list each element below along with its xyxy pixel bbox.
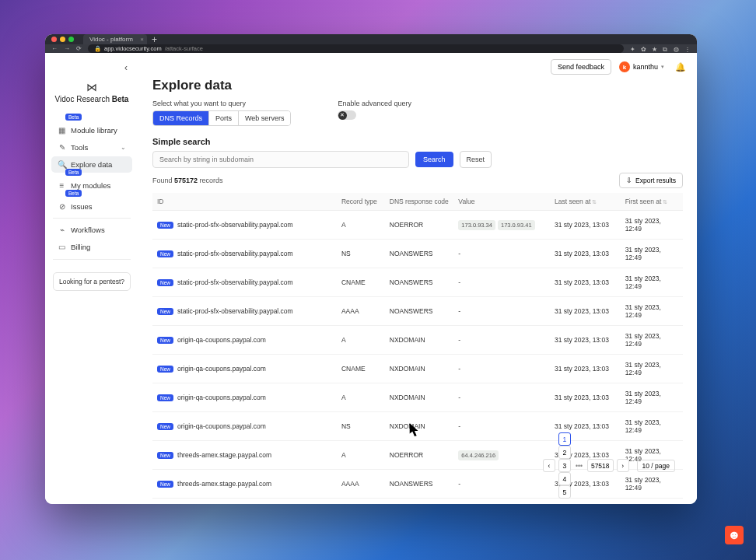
close-window-icon[interactable] — [51, 37, 57, 42]
ext-icon[interactable]: ✿ — [641, 46, 647, 52]
grid-icon: ▦ — [58, 126, 66, 135]
sidebar: ‹ ⋈ Vidoc Research Beta Beta▦Module libr… — [45, 53, 138, 504]
sidebar-item-issues[interactable]: Beta⊘Issues — [51, 194, 132, 215]
sidebar-item-my-modules[interactable]: Beta≡My modules — [51, 173, 132, 194]
record-id: threeds-amex.stage.paypal.com — [177, 480, 271, 488]
new-tab-button[interactable]: + — [152, 37, 157, 43]
first-seen: 31 sty 2023, 12:49 — [621, 268, 683, 297]
next-page-button[interactable]: › — [617, 459, 629, 472]
ext-icon[interactable]: ✦ — [630, 46, 636, 52]
sidebar-item-tools[interactable]: ✎Tools⌄ — [51, 139, 132, 156]
main-panel: Send feedback k kannthu ▾ 🔔 Explore data… — [138, 53, 697, 504]
minimize-window-icon[interactable] — [60, 37, 65, 42]
ext-icon[interactable]: ⧉ — [663, 46, 669, 52]
page-4-button[interactable]: 4 — [558, 472, 571, 485]
reset-button[interactable]: Reset — [460, 151, 492, 168]
maximize-window-icon[interactable] — [68, 37, 74, 42]
table-row[interactable]: Newstatic-prod-sfx-observability.paypal.… — [152, 268, 683, 297]
page-1-button[interactable]: 1 — [558, 432, 571, 446]
advanced-query-group: Enable advanced query ✕ — [338, 100, 411, 126]
search-input[interactable] — [152, 151, 409, 168]
sidebar-item-label: Billing — [71, 243, 90, 251]
browser-tab[interactable]: Vidoc - platform × — [83, 34, 147, 44]
reload-icon[interactable]: ⟳ — [76, 45, 82, 52]
card-icon: ▭ — [58, 243, 66, 251]
results-count: Found 575172 records — [152, 177, 223, 184]
table-row[interactable]: Newstatic-prod-sfx-observability.paypal.… — [152, 297, 683, 326]
value-chip: 64.4.246.216 — [458, 450, 499, 460]
ext-icon[interactable]: ★ — [652, 46, 658, 52]
chevron-down-icon: ⌄ — [121, 144, 126, 151]
column-last-seen-at[interactable]: Last seen at⇅ — [550, 193, 621, 211]
brand-name: Vidoc Research Beta — [48, 95, 135, 103]
sidebar-item-label: Tools — [71, 143, 88, 152]
user-menu[interactable]: k kannthu ▾ — [619, 61, 664, 72]
sidebar-item-label: My modules — [71, 181, 110, 190]
last-seen: 31 sty 2023, 13:03 — [550, 240, 621, 268]
collapse-sidebar-button[interactable]: ‹ — [48, 59, 135, 73]
column-dns-response-code[interactable]: DNS response code — [385, 193, 454, 211]
table-row[interactable]: Neworigin-qa-coupons.paypal.comANXDOMAIN… — [152, 383, 683, 412]
table-row[interactable]: Neworigin-qa-coupons.paypal.comCNAMENXDO… — [152, 355, 683, 383]
pentest-cta[interactable]: Looking for a pentest? — [53, 272, 131, 291]
record-id: origin-qa-coupons.paypal.com — [177, 394, 266, 401]
segment-web-servers[interactable]: Web servers — [238, 111, 290, 125]
bug-icon: ⊘ — [58, 202, 66, 211]
last-seen: 31 sty 2023, 13:03 — [550, 355, 621, 383]
search-button[interactable]: Search — [415, 152, 453, 167]
sidebar-item-billing[interactable]: ▭Billing — [51, 239, 132, 255]
table-row[interactable]: Neworigin-qa-coupons.paypal.comANXDOMAIN… — [152, 326, 683, 355]
chevron-down-icon: ▾ — [661, 64, 664, 70]
record-type: CNAME — [337, 355, 385, 383]
profile-icon[interactable]: ◍ — [674, 46, 680, 52]
forward-icon[interactable]: → — [64, 45, 70, 52]
segment-dns-records[interactable]: DNS Records — [153, 111, 208, 125]
response-code: NXDOMAIN — [385, 355, 454, 383]
response-code: NOANSWERS — [385, 268, 454, 297]
tab-title: Vidoc - platform — [89, 36, 133, 43]
first-seen: 31 sty 2023, 12:49 — [621, 383, 683, 412]
export-results-button[interactable]: ⇩ Export results — [619, 173, 683, 188]
column-id[interactable]: ID — [152, 193, 337, 211]
sidebar-item-module-library[interactable]: Beta▦Module library — [51, 118, 132, 138]
toggle-knob-icon: ✕ — [338, 111, 347, 120]
send-feedback-button[interactable]: Send feedback — [551, 59, 611, 75]
column-record-type[interactable]: Record type — [337, 193, 385, 211]
sidebar-item-workflows[interactable]: ⌁Workflows — [51, 222, 132, 238]
tab-close-icon[interactable]: × — [140, 36, 144, 43]
brand-logo-icon: ⋈ — [48, 81, 135, 93]
segment-ports[interactable]: Ports — [208, 111, 238, 125]
browser-window: Vidoc - platform × + ← → ⟳ 🔒 app.vidocse… — [45, 34, 697, 504]
column-first-seen-at[interactable]: First seen at⇅ — [621, 193, 683, 211]
back-icon[interactable]: ← — [51, 45, 58, 52]
page-3-button[interactable]: 3 — [558, 459, 571, 472]
response-code: NOERROR — [385, 441, 454, 470]
found-count: 575172 — [174, 177, 198, 184]
table-row[interactable]: Newstatic-prod-sfx-observability.paypal.… — [152, 211, 683, 240]
prev-page-button[interactable]: ‹ — [543, 459, 555, 472]
menu-icon[interactable]: ⋮ — [684, 46, 691, 52]
page-5-button[interactable]: 5 — [558, 485, 571, 499]
last-page-button[interactable]: 57518 — [587, 459, 614, 472]
simple-search-heading: Simple search — [152, 137, 683, 146]
notifications-icon[interactable]: 🔔 — [675, 62, 686, 72]
support-chat-button[interactable]: ☻ — [725, 526, 744, 544]
column-value[interactable]: Value — [453, 193, 550, 211]
response-code: NXDOMAIN — [385, 383, 454, 412]
address-bar[interactable]: 🔒 app.vidocsecurity.com/attack-surface — [88, 44, 624, 53]
database-icon: ≡ — [58, 181, 66, 190]
chat-icon: ☻ — [728, 528, 741, 542]
record-id: static-prod-sfx-observability.paypal.com — [177, 307, 293, 315]
url-host: app.vidocsecurity.com — [104, 45, 162, 52]
pagination: ‹ 12345 ••• 57518 › 10 / page — [543, 432, 675, 499]
sidebar-item-explore-data[interactable]: 🔍Explore data — [51, 156, 132, 173]
page-size-select[interactable]: 10 / page — [637, 460, 675, 472]
window-controls[interactable] — [51, 37, 74, 42]
advanced-query-toggle[interactable]: ✕ — [338, 110, 356, 120]
record-type: NS — [337, 240, 385, 268]
table-row[interactable]: Newstatic-prod-sfx-observability.paypal.… — [152, 240, 683, 268]
value-chip: 173.0.93.41 — [498, 220, 535, 230]
beta-badge: Beta — [65, 190, 82, 197]
page-2-button[interactable]: 2 — [558, 446, 571, 459]
new-badge: New — [157, 423, 173, 430]
